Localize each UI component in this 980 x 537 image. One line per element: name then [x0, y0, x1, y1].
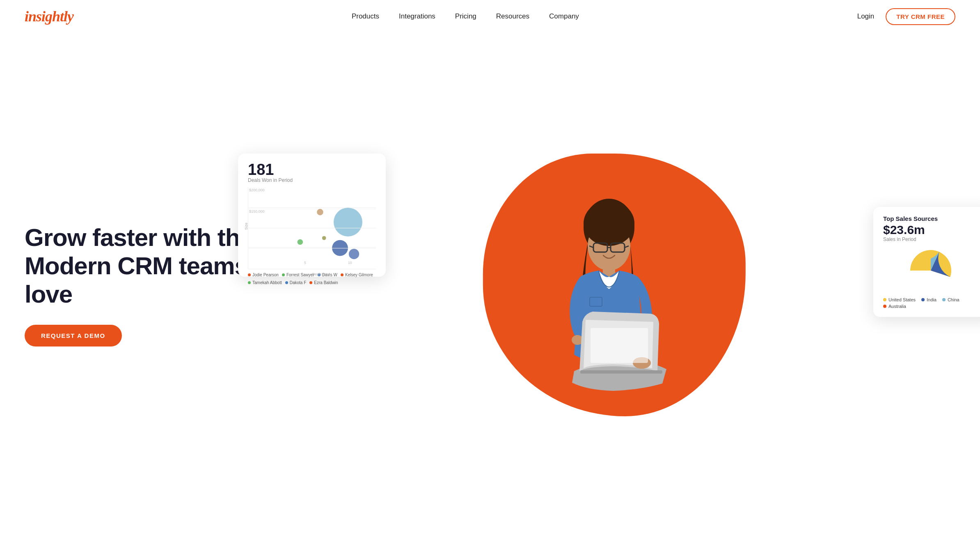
person-figure-container: [523, 182, 695, 437]
legend-label-us: United States: [888, 297, 916, 302]
svg-text:10: 10: [348, 261, 352, 265]
header-actions: Login TRY CRM FREE: [857, 8, 955, 25]
name-tag-4: Kelsey Gilmore: [341, 273, 373, 277]
sales-sources-card: Top Sales Sources $23.6m Sales in Period: [873, 207, 980, 317]
hero-right-content: 181 Deals Won in Period $200,000 $150,00…: [263, 141, 955, 429]
pie-chart-container: [883, 248, 980, 293]
logo[interactable]: insightly: [25, 8, 73, 25]
nav-company[interactable]: Company: [549, 12, 579, 21]
name-dot-5: [248, 281, 251, 284]
name-tag-5: Tamekah Abbott: [248, 280, 282, 285]
legend-label-india: India: [927, 297, 936, 302]
sales-card-period: Sales in Period: [883, 236, 980, 242]
svg-point-7: [349, 249, 359, 259]
pie-chart-svg: [908, 248, 962, 293]
name-tag-6: Dakota F: [285, 280, 307, 285]
person-svg: [523, 182, 695, 437]
svg-point-5: [298, 239, 303, 245]
legend-dot-us: [883, 298, 886, 301]
sales-card-amount: $23.6m: [883, 223, 980, 236]
legend-india: India: [921, 297, 936, 302]
name-dot-4: [341, 273, 343, 276]
svg-point-14: [584, 201, 634, 246]
login-link[interactable]: Login: [857, 12, 875, 21]
name-tag-7: Ezra Baldwin: [309, 280, 338, 285]
hero-left-content: Grow faster with the Modern CRM teams lo…: [25, 223, 263, 347]
pie-legend: United States India China Australia: [883, 297, 980, 309]
svg-rect-24: [591, 328, 648, 363]
nav-integrations[interactable]: Integrations: [399, 12, 435, 21]
x-axis-title: Deals Won: [312, 272, 330, 276]
sales-card-title: Top Sales Sources: [883, 215, 980, 222]
y-label-200k: $200,000: [249, 188, 265, 192]
nav-products[interactable]: Products: [352, 12, 379, 21]
bubble-chart-card: 181 Deals Won in Period $200,000 $150,00…: [238, 154, 386, 277]
svg-point-8: [322, 236, 326, 240]
header: insightly Products Integrations Pricing …: [0, 0, 980, 33]
name-tag-1: Jodie Pearson: [248, 273, 279, 277]
request-demo-button[interactable]: REQUEST A DEMO: [25, 325, 122, 347]
svg-point-4: [334, 208, 362, 236]
legend-australia: Australia: [883, 304, 906, 309]
nav-resources[interactable]: Resources: [496, 12, 529, 21]
legend-us: United States: [883, 297, 916, 302]
bubble-chart-area: $200,000 $150,000 Size Deals Won: [248, 187, 376, 269]
deals-won-label: Deals Won in Period: [248, 177, 376, 183]
svg-rect-22: [580, 370, 662, 374]
svg-text:5: 5: [304, 261, 306, 265]
legend-dot-china: [942, 298, 946, 301]
hero-headline: Grow faster with the Modern CRM teams lo…: [25, 223, 263, 308]
name-dot-6: [285, 281, 288, 284]
bubble-svg-chart: 5 10: [248, 187, 376, 269]
legend-label-china: China: [948, 297, 959, 302]
try-crm-free-button[interactable]: TRY CRM FREE: [886, 8, 955, 25]
legend-dot-india: [921, 298, 925, 301]
y-label-150k: $150,000: [249, 209, 265, 213]
hero-section: Grow faster with the Modern CRM teams lo…: [0, 33, 980, 537]
legend-label-australia: Australia: [888, 304, 906, 309]
y-axis-title: Size: [244, 223, 248, 230]
name-dot-2: [282, 273, 285, 276]
svg-point-3: [317, 209, 323, 216]
name-dot-7: [309, 281, 312, 284]
nav-pricing[interactable]: Pricing: [455, 12, 476, 21]
legend-dot-australia: [883, 305, 886, 308]
legend-china: China: [942, 297, 959, 302]
main-nav: Products Integrations Pricing Resources …: [352, 12, 579, 21]
deals-won-stat: 181: [248, 162, 376, 177]
name-dot-1: [248, 273, 251, 276]
name-tag-2: Forrest Sawyer: [282, 273, 314, 277]
